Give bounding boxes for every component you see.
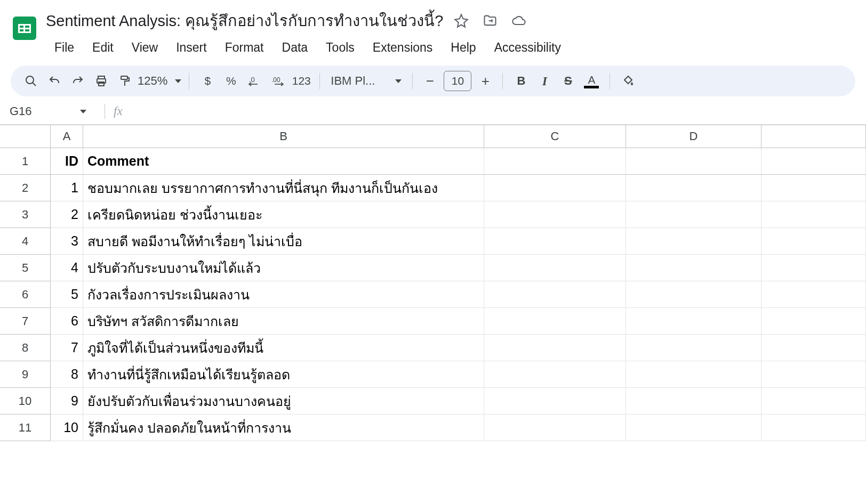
bold-button[interactable]: B	[510, 70, 532, 92]
row-header[interactable]: 6	[0, 281, 51, 308]
format-number-button[interactable]: 123	[291, 70, 312, 92]
row-header[interactable]: 3	[0, 201, 51, 228]
cell-b[interactable]: เครียดนิดหน่อย ช่วงนี้งานเยอะ	[83, 201, 484, 228]
row-header[interactable]: 8	[0, 335, 51, 361]
cell-e[interactable]	[761, 388, 866, 414]
cell-d[interactable]	[626, 388, 761, 414]
row-header[interactable]: 5	[0, 255, 51, 281]
cell-e[interactable]	[761, 175, 866, 201]
cloud-status-icon[interactable]	[511, 13, 526, 28]
col-header-b[interactable]: B	[83, 125, 484, 148]
cell-d[interactable]	[626, 175, 761, 201]
star-icon[interactable]	[454, 13, 469, 28]
cell-a[interactable]: 1	[51, 175, 83, 201]
font-size-input[interactable]	[444, 71, 471, 91]
col-header-a[interactable]: A	[51, 125, 83, 148]
cell-e[interactable]	[761, 255, 866, 281]
cell-a[interactable]: 10	[51, 414, 83, 441]
zoom-select[interactable]: 125%	[138, 74, 181, 88]
cell-b[interactable]: ยังปรับตัวกับเพื่อนร่วมงานบางคนอยู่	[83, 388, 484, 414]
cell-a[interactable]: 6	[51, 308, 83, 335]
cell-a[interactable]: 7	[51, 335, 83, 361]
cell-b[interactable]: Comment	[83, 148, 484, 175]
row-header[interactable]: 4	[0, 228, 51, 255]
cell-c[interactable]	[484, 414, 626, 441]
cell-c[interactable]	[484, 361, 626, 388]
cell-b[interactable]: รู้สึกมั่นคง ปลอดภัยในหน้าที่การงาน	[83, 414, 484, 441]
cell-a[interactable]: 2	[51, 201, 83, 228]
strikethrough-button[interactable]: S	[557, 70, 579, 92]
document-title[interactable]: Sentiment Analysis: คุณรู้สึกอย่างไรกับก…	[46, 9, 443, 33]
menu-help[interactable]: Help	[442, 37, 484, 58]
cell-e[interactable]	[761, 335, 866, 361]
decrease-font-size-button[interactable]: −	[420, 71, 439, 91]
cell-d[interactable]	[626, 148, 761, 175]
cell-b[interactable]: ทำงานที่นี่รู้สึกเหมือนได้เรียนรู้ตลอด	[83, 361, 484, 388]
cell-e[interactable]	[761, 414, 866, 441]
row-header[interactable]: 1	[0, 148, 51, 175]
increase-font-size-button[interactable]: +	[476, 71, 495, 91]
cell-c[interactable]	[484, 148, 626, 175]
row-header[interactable]: 10	[0, 388, 51, 414]
cell-b[interactable]: ภูมิใจที่ได้เป็นส่วนหนึ่งของทีมนี้	[83, 335, 484, 361]
menu-edit[interactable]: Edit	[84, 37, 122, 58]
menu-file[interactable]: File	[46, 37, 83, 58]
cell-a[interactable]: 4	[51, 255, 83, 281]
cell-e[interactable]	[761, 361, 866, 388]
menu-data[interactable]: Data	[274, 37, 317, 58]
cell-e[interactable]	[761, 228, 866, 255]
cell-c[interactable]	[484, 308, 626, 335]
cell-d[interactable]	[626, 308, 761, 335]
sheets-logo[interactable]	[11, 10, 38, 47]
cell-b[interactable]: ชอบมากเลย บรรยากาศการทำงานที่นี่สนุก ทีม…	[83, 175, 484, 201]
cell-c[interactable]	[484, 255, 626, 281]
redo-icon[interactable]	[67, 70, 89, 92]
menu-extensions[interactable]: Extensions	[364, 37, 442, 58]
fill-color-button[interactable]	[618, 70, 639, 92]
decrease-decimal-button[interactable]: .0	[244, 70, 265, 92]
row-header[interactable]: 7	[0, 308, 51, 335]
print-icon[interactable]	[91, 70, 112, 92]
menu-accessibility[interactable]: Accessibility	[486, 37, 570, 58]
cell-e[interactable]	[761, 201, 866, 228]
cell-b[interactable]: กังวลเรื่องการประเมินผลงาน	[83, 281, 484, 308]
increase-decimal-button[interactable]: .00	[267, 70, 288, 92]
col-header-c[interactable]: C	[484, 125, 626, 148]
row-header[interactable]: 9	[0, 361, 51, 388]
col-header-d[interactable]: D	[626, 125, 761, 148]
menu-view[interactable]: View	[123, 37, 166, 58]
cell-b[interactable]: ปรับตัวกับระบบงานใหม่ได้แล้ว	[83, 255, 484, 281]
cell-c[interactable]	[484, 201, 626, 228]
cell-e[interactable]	[761, 281, 866, 308]
search-icon[interactable]	[20, 70, 42, 92]
cell-d[interactable]	[626, 228, 761, 255]
text-color-button[interactable]: A	[581, 74, 602, 88]
cell-c[interactable]	[484, 175, 626, 201]
cell-d[interactable]	[626, 255, 761, 281]
font-family-select[interactable]: IBM Pl...	[327, 74, 405, 88]
cell-b[interactable]: บริษัทฯ สวัสดิการดีมากเลย	[83, 308, 484, 335]
cell-d[interactable]	[626, 361, 761, 388]
paint-format-icon[interactable]	[114, 70, 135, 92]
cell-c[interactable]	[484, 388, 626, 414]
undo-icon[interactable]	[44, 70, 65, 92]
format-currency-button[interactable]: $	[197, 70, 218, 92]
cell-a[interactable]: 8	[51, 361, 83, 388]
cell-c[interactable]	[484, 281, 626, 308]
menu-tools[interactable]: Tools	[317, 37, 363, 58]
row-header[interactable]: 2	[0, 175, 51, 201]
col-header-e[interactable]	[761, 125, 866, 148]
row-header[interactable]: 11	[0, 414, 51, 441]
cell-d[interactable]	[626, 335, 761, 361]
cell-d[interactable]	[626, 201, 761, 228]
menu-insert[interactable]: Insert	[167, 37, 215, 58]
cell-a[interactable]: 5	[51, 281, 83, 308]
cell-a[interactable]: 9	[51, 388, 83, 414]
cell-e[interactable]	[761, 148, 866, 175]
cell-a[interactable]: 3	[51, 228, 83, 255]
select-all-corner[interactable]	[0, 125, 51, 148]
move-folder-icon[interactable]	[483, 13, 498, 28]
cell-e[interactable]	[761, 308, 866, 335]
cell-d[interactable]	[626, 414, 761, 441]
cell-b[interactable]: สบายดี พอมีงานให้ทำเรื่อยๆ ไม่น่าเบื่อ	[83, 228, 484, 255]
